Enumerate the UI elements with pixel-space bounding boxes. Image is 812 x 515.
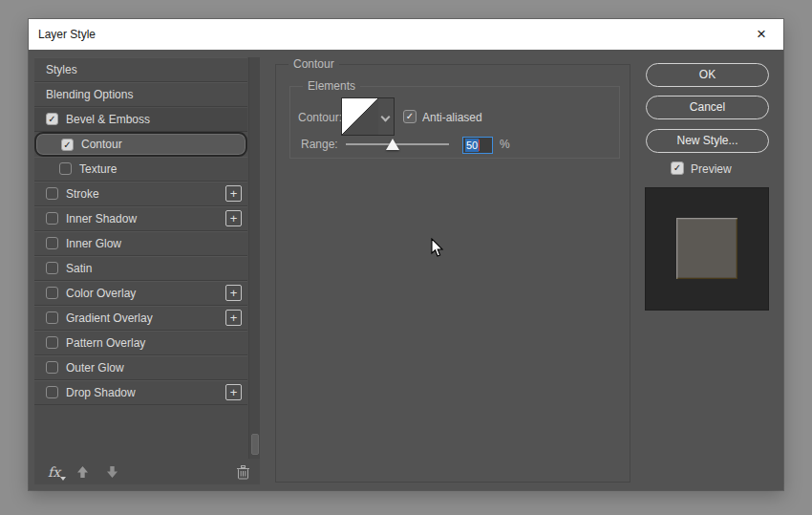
sidebar-item-label: Texture <box>79 162 117 176</box>
sidebar-item-pattern-overlay[interactable]: Pattern Overlay <box>34 331 247 355</box>
sidebar-toolbar: fx <box>34 459 260 484</box>
sidebar-scrollbar[interactable] <box>248 57 260 459</box>
dialog-titlebar[interactable]: Layer Style × <box>29 19 783 50</box>
style-list: StylesBlending Options✓Bevel & Emboss✓Co… <box>34 57 247 405</box>
sidebar-item-stroke[interactable]: Stroke+ <box>34 182 247 206</box>
range-slider-thumb[interactable] <box>386 139 399 150</box>
range-input[interactable]: 50 <box>462 137 493 154</box>
sidebar-item-texture[interactable]: Texture <box>34 157 247 182</box>
photoshop-canvas-backdrop: { "window": { "title": "Layer Style" }, … <box>0 0 812 515</box>
color-overlay-checkbox[interactable] <box>46 287 58 299</box>
sidebar-item-label: Color Overlay <box>66 287 136 300</box>
styles-sidebar: StylesBlending Options✓Bevel & Emboss✓Co… <box>34 57 260 484</box>
ok-button[interactable]: OK <box>646 63 769 87</box>
sidebar-item-inner-glow[interactable]: Inner Glow <box>34 231 247 256</box>
anti-aliased-checkbox[interactable]: ✓ <box>403 110 417 123</box>
delete-style-icon[interactable] <box>236 464 250 480</box>
sidebar-item-blending-options[interactable]: Blending Options <box>34 82 247 107</box>
preview-label: Preview <box>691 162 732 176</box>
preview-checkbox[interactable]: ✓ <box>671 161 684 175</box>
add-stroke-instance-icon[interactable]: + <box>225 185 242 202</box>
sidebar-item-label: Satin <box>66 262 92 275</box>
move-up-icon[interactable] <box>75 465 90 479</box>
preview-beveled-square <box>676 218 737 279</box>
move-down-icon[interactable] <box>105 465 119 479</box>
style-preview-thumbnail <box>645 187 769 311</box>
sidebar-item-label: Stroke <box>66 187 99 201</box>
sidebar-item-gradient-overlay[interactable]: Gradient Overlay+ <box>34 306 247 331</box>
drop-shadow-checkbox[interactable] <box>46 386 58 398</box>
scrollbar-thumb[interactable] <box>251 434 259 455</box>
cancel-button[interactable]: Cancel <box>646 96 769 119</box>
contour-picker-label: Contour: <box>298 111 342 124</box>
sidebar-item-label: Outer Glow <box>66 361 124 375</box>
sidebar-item-label: Blending Options <box>46 88 133 101</box>
range-label: Range: <box>301 138 338 151</box>
sidebar-item-bevel-emboss[interactable]: ✓Bevel & Emboss <box>34 107 247 132</box>
sidebar-item-drop-shadow[interactable]: Drop Shadow+ <box>34 380 247 405</box>
range-unit: % <box>500 138 510 151</box>
text-caret <box>479 139 480 151</box>
stroke-checkbox[interactable] <box>46 187 58 200</box>
contour-checkbox[interactable]: ✓ <box>61 139 74 151</box>
sidebar-item-inner-shadow[interactable]: Inner Shadow+ <box>34 206 247 231</box>
texture-checkbox[interactable] <box>59 162 72 175</box>
range-value-selected-text: 50 <box>465 139 479 152</box>
chevron-down-icon <box>381 113 391 122</box>
contour-thumbnail[interactable] <box>341 97 379 136</box>
elements-group: Elements Contour: ✓ Anti-aliased Range: <box>289 86 620 159</box>
sidebar-item-satin[interactable]: Satin <box>34 256 247 281</box>
add-drop-shadow-instance-icon[interactable]: + <box>225 384 242 400</box>
contour-panel-label: Contour <box>288 57 339 71</box>
sidebar-item-label: Contour <box>81 138 122 151</box>
sidebar-item-contour[interactable]: ✓Contour <box>34 132 247 157</box>
outer-glow-checkbox[interactable] <box>46 361 58 374</box>
add-gradient-overlay-instance-icon[interactable]: + <box>225 310 242 326</box>
sidebar-item-outer-glow[interactable]: Outer Glow <box>34 355 247 380</box>
add-color-overlay-instance-icon[interactable]: + <box>225 285 242 301</box>
sidebar-item-label: Drop Shadow <box>66 386 136 399</box>
sidebar-item-color-overlay[interactable]: Color Overlay+ <box>34 281 247 306</box>
satin-checkbox[interactable] <box>46 262 58 274</box>
sidebar-item-label: Gradient Overlay <box>66 311 153 325</box>
add-inner-shadow-instance-icon[interactable]: + <box>225 210 242 226</box>
inner-glow-checkbox[interactable] <box>46 237 58 249</box>
bevel-emboss-checkbox[interactable]: ✓ <box>46 113 58 125</box>
sidebar-item-styles[interactable]: Styles <box>34 57 247 82</box>
close-icon[interactable]: × <box>745 19 778 50</box>
sidebar-item-label: Bevel & Emboss <box>66 113 150 126</box>
inner-shadow-checkbox[interactable] <box>46 212 58 225</box>
contour-picker-dropdown[interactable] <box>378 97 395 136</box>
gradient-overlay-checkbox[interactable] <box>46 311 58 324</box>
pattern-overlay-checkbox[interactable] <box>46 336 58 349</box>
fx-add-style-icon[interactable]: fx <box>48 464 60 480</box>
sidebar-item-label: Pattern Overlay <box>66 336 145 350</box>
dialog-body: StylesBlending Options✓Bevel & Emboss✓Co… <box>29 50 783 490</box>
new-style-button[interactable]: New Style... <box>646 129 769 153</box>
dialog-title: Layer Style <box>38 28 96 41</box>
layer-style-dialog: Layer Style × StylesBlending Options✓Bev… <box>29 19 783 490</box>
elements-group-label: Elements <box>303 79 360 93</box>
sidebar-item-label: Inner Glow <box>66 237 121 250</box>
sidebar-item-label: Inner Shadow <box>66 212 137 225</box>
contour-panel: Contour Elements Contour: ✓ Anti-aliased <box>275 64 630 483</box>
sidebar-item-label: Styles <box>46 63 77 76</box>
anti-aliased-label: Anti-aliased <box>422 111 482 124</box>
